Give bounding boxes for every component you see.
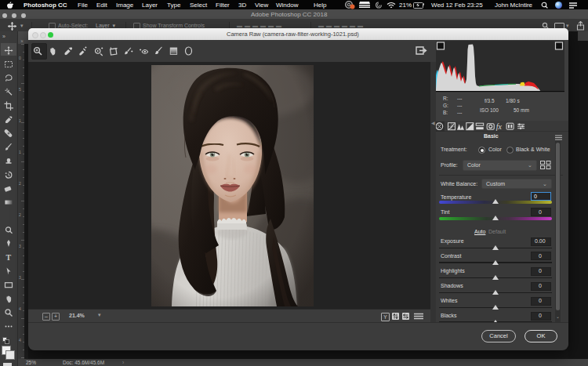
svg-text:T: T [6,253,12,262]
svg-text:4: 4 [19,338,21,342]
svg-text:2: 2 [19,181,21,186]
svg-text:1: 1 [19,118,21,123]
svg-text:4: 4 [19,306,21,311]
svg-text:3: 3 [19,275,21,280]
svg-text:3: 3 [19,244,21,248]
svg-text:fx: fx [496,122,503,131]
svg-text:5: 5 [19,87,21,92]
svg-text:1: 1 [19,150,21,154]
svg-text:2: 2 [19,212,21,217]
svg-text:0: 0 [19,56,21,60]
